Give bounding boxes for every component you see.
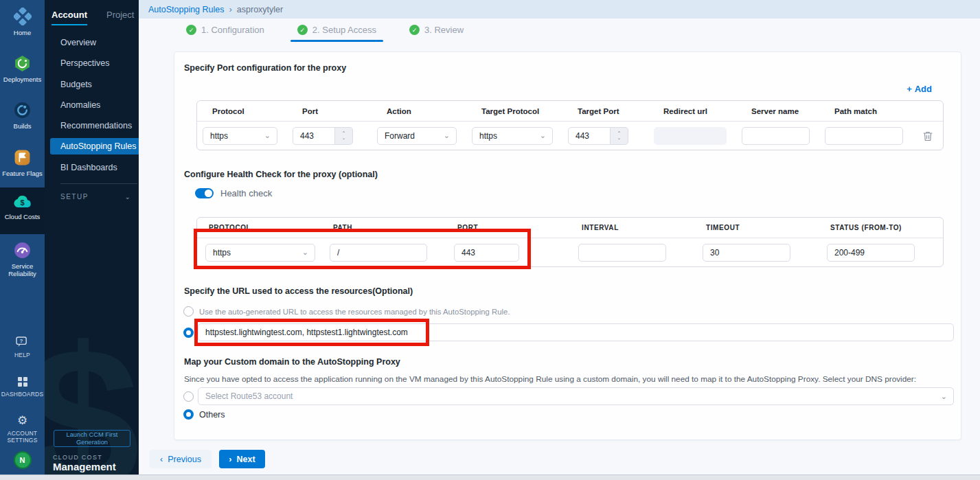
setup-label: SETUP bbox=[60, 193, 89, 201]
rail-item-deployments[interactable]: Deployments bbox=[0, 55, 45, 83]
rail-item-account-settings[interactable]: ⚙ ACCOUNT SETTINGS bbox=[0, 415, 45, 444]
breadcrumb-root-link[interactable]: AutoStopping Rules bbox=[148, 5, 225, 14]
sidebar-item-perspectives[interactable]: Perspectives bbox=[60, 58, 110, 68]
route53-account-select[interactable]: Select Route53 account ⌄ bbox=[198, 387, 954, 405]
health-protocol-value: https bbox=[213, 248, 231, 258]
health-check-toggle[interactable] bbox=[195, 188, 214, 198]
rail-item-dashboards[interactable]: DASHBOARDS bbox=[0, 376, 45, 398]
server-name-input[interactable] bbox=[742, 127, 810, 145]
sidebar-item-recommendations[interactable]: Recommendations bbox=[60, 121, 132, 130]
dns-section-title: Map your Custom domain to the AutoStoppi… bbox=[184, 357, 400, 367]
chevron-down-icon: ⌄ bbox=[302, 249, 308, 256]
custom-url-option bbox=[183, 328, 194, 338]
sidebar-item-autostopping-rules[interactable]: AutoStopping Rules bbox=[50, 138, 139, 155]
previous-button[interactable]: ‹ Previous bbox=[150, 450, 212, 468]
health-timeout-input[interactable] bbox=[703, 244, 790, 262]
auto-url-option: Use the auto-generated URL to access the… bbox=[183, 306, 510, 317]
stepper-buttons[interactable]: ⌃ ⌄ bbox=[611, 127, 628, 145]
breadcrumb: AutoStopping Rules › asproxytyler bbox=[139, 0, 980, 19]
step-check-icon: ✓ bbox=[186, 25, 196, 35]
route53-radio[interactable] bbox=[183, 391, 194, 402]
gear-icon: ⚙ bbox=[17, 415, 27, 426]
builds-icon bbox=[14, 102, 31, 119]
port-input[interactable] bbox=[293, 127, 335, 145]
others-label: Others bbox=[199, 410, 225, 420]
scope-tabs: Account Project bbox=[45, 0, 139, 25]
chevron-down-icon: ⌄ bbox=[125, 193, 130, 201]
protocol-select[interactable]: https ⌄ bbox=[203, 127, 277, 145]
rail-label: ACCOUNT SETTINGS bbox=[5, 430, 41, 444]
next-button[interactable]: › Next bbox=[219, 450, 265, 468]
sidebar-setup-group[interactable]: SETUP ⌄ bbox=[60, 193, 130, 201]
step-setup-access[interactable]: ✓ 2. Setup Access bbox=[293, 25, 380, 42]
step-label: 3. Review bbox=[424, 25, 464, 35]
health-port-input[interactable] bbox=[454, 244, 519, 262]
stepper-buttons[interactable]: ⌃ ⌄ bbox=[335, 127, 353, 145]
auto-url-radio[interactable] bbox=[183, 306, 194, 317]
chevron-down-icon: ⌄ bbox=[264, 132, 271, 139]
breadcrumb-separator-icon: › bbox=[229, 4, 232, 14]
col-port: PORT bbox=[446, 224, 570, 231]
col-target-protocol: Target Protocol bbox=[466, 107, 562, 115]
target-port-stepper[interactable]: ⌃ ⌄ bbox=[568, 127, 628, 145]
wizard-steps: ✓ 1. Configuration ✓ 2. Setup Access ✓ 3… bbox=[139, 19, 980, 52]
col-protocol: PROTOCOL bbox=[197, 224, 321, 231]
feature-flags-icon bbox=[14, 149, 31, 166]
col-port: Port bbox=[287, 107, 372, 115]
rail-item-service-reliability[interactable]: Service Reliability bbox=[0, 242, 45, 278]
health-interval-input[interactable] bbox=[578, 244, 666, 262]
product-eyebrow: CLOUD COST bbox=[53, 454, 102, 461]
path-match-input[interactable] bbox=[825, 127, 903, 145]
health-protocol-select[interactable]: https ⌄ bbox=[205, 244, 315, 262]
rail-item-profile[interactable]: N bbox=[0, 451, 45, 469]
rail-item-cloud-costs[interactable]: $ Cloud Costs bbox=[0, 187, 45, 234]
delete-row-trash-icon[interactable] bbox=[923, 130, 933, 141]
rail-label: Cloud Costs bbox=[5, 213, 41, 220]
rail-item-builds[interactable]: Builds bbox=[0, 102, 45, 130]
previous-label: Previous bbox=[168, 455, 201, 464]
health-path-input[interactable] bbox=[330, 244, 427, 262]
add-port-row-button[interactable]: + Add bbox=[907, 84, 932, 94]
action-select[interactable]: Forward ⌄ bbox=[377, 127, 457, 145]
rail-item-feature-flags[interactable]: Feature Flags bbox=[0, 149, 45, 177]
col-action: Action bbox=[372, 107, 466, 115]
health-check-table: PROTOCOL PATH PORT INTERVAL TIMEOUT STAT… bbox=[196, 217, 944, 267]
ccm-watermark-dollar: $ bbox=[45, 317, 139, 475]
port-stepper[interactable]: ⌃ ⌄ bbox=[293, 127, 353, 145]
rail-label: Home bbox=[14, 29, 31, 36]
col-server-name: Server name bbox=[736, 107, 819, 115]
health-section-title: Configure Health Check for the proxy (op… bbox=[184, 170, 378, 179]
sidebar-divider bbox=[60, 183, 137, 184]
stepper-down-icon[interactable]: ⌄ bbox=[342, 136, 345, 141]
stepper-down-icon[interactable]: ⌄ bbox=[617, 136, 621, 141]
port-table-row: https ⌄ ⌃ ⌄ Forward ⌄ https ⌄ ⌃ bbox=[197, 122, 943, 150]
user-avatar[interactable]: N bbox=[14, 451, 32, 469]
rail-label: HELP bbox=[14, 352, 30, 358]
health-table-row: https ⌄ bbox=[197, 238, 943, 266]
rail-item-help[interactable]: ? HELP bbox=[0, 336, 45, 358]
route53-option bbox=[183, 391, 194, 402]
step-review[interactable]: ✓ 3. Review bbox=[405, 25, 468, 42]
sidebar-item-overview[interactable]: Overview bbox=[60, 38, 96, 47]
launch-ccm-first-gen-button[interactable]: Launch CCM First Generation bbox=[54, 430, 130, 447]
sidebar-item-budgets[interactable]: Budgets bbox=[60, 80, 92, 89]
rail-item-home[interactable]: Home bbox=[0, 8, 45, 36]
step-configuration[interactable]: ✓ 1. Configuration bbox=[182, 25, 269, 42]
custom-url-radio[interactable] bbox=[183, 328, 194, 338]
route53-placeholder: Select Route53 account bbox=[205, 391, 293, 401]
custom-url-input[interactable] bbox=[198, 323, 954, 341]
auto-url-label: Use the auto-generated URL to access the… bbox=[199, 308, 510, 316]
redirect-url-input bbox=[654, 127, 727, 145]
col-protocol: Protocol bbox=[197, 107, 287, 115]
chevron-down-icon: ⌄ bbox=[444, 132, 450, 139]
svg-text:?: ? bbox=[20, 338, 23, 344]
tab-project[interactable]: Project bbox=[106, 10, 134, 25]
tab-account[interactable]: Account bbox=[52, 10, 87, 25]
target-protocol-select[interactable]: https ⌄ bbox=[472, 127, 553, 145]
target-port-input[interactable] bbox=[568, 127, 611, 145]
chevron-down-icon: ⌄ bbox=[540, 132, 546, 139]
sidebar-item-bi-dashboards[interactable]: BI Dashboards bbox=[60, 163, 117, 172]
health-status-input[interactable] bbox=[827, 244, 915, 262]
others-radio[interactable] bbox=[183, 409, 194, 420]
sidebar-item-anomalies[interactable]: Anomalies bbox=[60, 100, 100, 110]
